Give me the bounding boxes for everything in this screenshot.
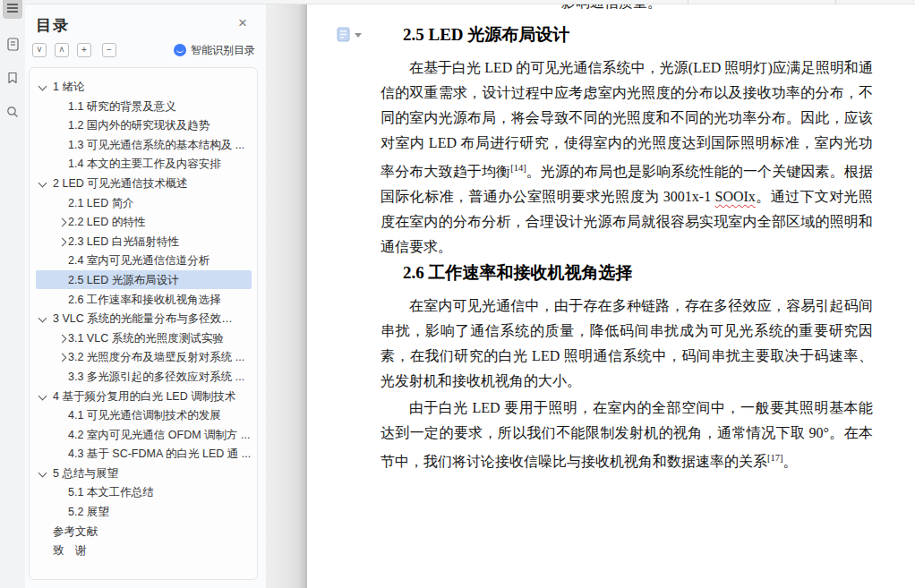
document-body: 2.5 LED 光源布局设计在基于白光 LED 的可见光通信系统中，光源(LED… — [307, 0, 915, 474]
outline-item-label: 3.2 光照度分布及墙壁反射对系统 ... — [68, 350, 244, 365]
outline-item[interactable]: 参考文献 — [30, 522, 257, 541]
outline-item-label: 2.3 LED 白光辐射特性 — [68, 234, 179, 250]
outline-item[interactable]: 4.3 基于 SC-FDMA 的白光 LED 通 ... — [30, 444, 257, 464]
paragraph: 在室内可见光通信中，由于存在多种链路，存在多径效应，容易引起码间串扰，影响了通信… — [381, 294, 873, 394]
chevron-right-icon[interactable] — [58, 334, 67, 343]
left-icon-rail — [0, 0, 25, 588]
chevron-down-icon[interactable] — [38, 314, 47, 323]
outline-item-label: 2.2 LED 的特性 — [68, 215, 145, 230]
outline-item[interactable]: 2.5 LED 光源布局设计 — [30, 270, 257, 290]
outline-item-label: 2.1 LED 简介 — [68, 196, 134, 211]
outline-item[interactable]: 5.1 本文工作总结 — [30, 482, 257, 502]
text-segment: 在室内可见光通信中，由于存在多种链路，存在多径效应，容易引起码间串扰，影响了通信… — [381, 298, 873, 388]
outline-item[interactable]: 2.4 室内可见光通信信道分析 — [30, 251, 257, 270]
outline-item-label: 2.5 LED 光源布局设计 — [68, 273, 179, 288]
misspelled-word: SOOIx — [715, 189, 756, 204]
outline-item-label: 5.2 展望 — [68, 505, 109, 520]
outline-item[interactable]: 3.2 光照度分布及墙壁反射对系统 ... — [30, 347, 257, 367]
chevron-down-icon[interactable] — [38, 82, 47, 91]
smart-toc-button[interactable]: 智能识别目录 — [174, 43, 255, 57]
toolbar-bottom-edge — [25, 0, 915, 4]
outline-item[interactable]: 4.2 室内可见光通信 OFDM 调制方 ... — [30, 425, 257, 445]
ai-icon — [174, 44, 186, 56]
outline-item-label: 1.3 可见光通信系统的基本结构及 ... — [68, 138, 244, 153]
outline-item-label: 参考文献 — [53, 524, 98, 540]
outline-item-label: 4 基于频分复用的白光 LED 调制技术 — [53, 389, 235, 405]
outline-item-label: 2.6 工作速率和接收机视角选择 — [68, 293, 221, 308]
outline-item-label: 1 绪论 — [53, 80, 84, 95]
collapse-all-button[interactable]: ˄ — [55, 43, 69, 57]
outline-item[interactable]: 1 绪论 — [30, 77, 257, 97]
citation-reference: [17] — [767, 453, 783, 463]
toc-header: 目录 × — [25, 13, 266, 39]
paragraph: 由于白光 LED 要用于照明，在室内的全部空间中，一般要其照明基本能达到一定的要… — [381, 396, 873, 474]
expand-all-button[interactable]: ˅ — [32, 43, 47, 57]
outline-item[interactable]: 1.1 研究的背景及意义 — [30, 97, 257, 116]
zoom-out-button[interactable]: − — [102, 43, 116, 57]
toc-sidebar: 目录 × ˅ ˄ + − 智能识别目录 1 绪论1.1 研究的背景及意义1.2 … — [25, 0, 267, 588]
outline-item[interactable]: 2.2 LED 的特性 — [30, 212, 257, 232]
zoom-in-button[interactable]: + — [77, 43, 91, 57]
chevron-down-icon[interactable] — [38, 468, 47, 477]
toc-title: 目录 — [36, 15, 70, 36]
toolbar-separator — [835, 0, 836, 4]
chevron-down-icon[interactable] — [38, 179, 47, 188]
chevron-right-icon[interactable] — [58, 354, 67, 362]
outline-item[interactable]: 2.6 工作速率和接收机视角选择 — [30, 290, 257, 310]
outline-item[interactable]: 5.2 展望 — [30, 502, 257, 522]
outline-item-label: 4.2 室内可见光通信 OFDM 调制方 ... — [68, 428, 251, 443]
text-segment: 在基于白光 LED 的可见光通信系统中，光源(LED 照明灯)应满足照明和通信的… — [381, 60, 873, 179]
outline-item[interactable]: 3 VLC 系统的光能量分布与多径效应 ... — [30, 309, 257, 328]
outline-item[interactable]: 3.1 VLC 系统的光照度测试实验 — [30, 328, 257, 348]
outline-item-label: 3.1 VLC 系统的光照度测试实验 — [68, 331, 224, 346]
outline-item-label: 4.3 基于 SC-FDMA 的白光 LED 通 ... — [68, 447, 251, 462]
outline-item-label: 3.3 多光源引起的多径效应对系统 ... — [68, 370, 244, 385]
outline-item-label: 5 总结与展望 — [53, 466, 118, 481]
bookmark-icon — [7, 72, 18, 84]
close-icon[interactable]: × — [234, 14, 252, 32]
bookmarks-panel-button[interactable] — [3, 67, 22, 89]
outline-item[interactable]: 3.3 多光源引起的多径效应对系统 ... — [30, 367, 257, 387]
outline-item[interactable]: 4.1 可见光通信调制技术的发展 — [30, 405, 257, 425]
outline-icon — [6, 3, 19, 13]
outline-item-label: 5.1 本文工作总结 — [68, 485, 154, 500]
outline-item-label: 4.1 可见光通信调制技术的发展 — [68, 408, 221, 423]
smart-toc-label: 智能识别目录 — [191, 43, 255, 58]
outline-item-label: 1.2 国内外的研究现状及趋势 — [68, 118, 210, 133]
outline-item[interactable]: 2.1 LED 简介 — [30, 193, 257, 213]
dropdown-arrow-icon — [355, 33, 362, 38]
outline-item[interactable]: 1.4 本文的主要工作及内容安排 — [30, 154, 257, 174]
outline-item[interactable]: 致 谢 — [30, 541, 257, 560]
toc-toolbar: ˅ ˄ + − 智能识别目录 — [25, 43, 266, 61]
annotations-panel-button[interactable] — [3, 33, 22, 55]
outline-item[interactable]: 2.3 LED 白光辐射特性 — [30, 232, 257, 251]
outline-item-label: 3 VLC 系统的光能量分布与多径效应 ... — [53, 311, 241, 327]
chevron-right-icon[interactable] — [58, 218, 67, 227]
section-heading: 2.5 LED 光源布局设计 — [403, 25, 873, 45]
outline-item[interactable]: 5 总结与展望 — [30, 464, 257, 483]
text-segment: 。 — [783, 454, 798, 469]
document-background-gutter — [267, 0, 307, 588]
citation-reference: [14] — [510, 163, 526, 173]
outline-item-label: 1.4 本文的主要工作及内容安排 — [68, 157, 221, 172]
toolbar-separator — [688, 0, 688, 4]
chevron-right-icon[interactable] — [58, 237, 67, 246]
document-page[interactable]: 影响通信质量。 2.5 LED 光源布局设计在基于白光 LED 的可见光通信系统… — [307, 0, 915, 588]
text-segment: 由于白光 LED 要用于照明，在室内的全部空间中，一般要其照明基本能达到一定的要… — [381, 400, 873, 469]
paragraph: 在基于白光 LED 的可见光通信系统中，光源(LED 照明灯)应满足照明和通信的… — [381, 55, 873, 260]
outline-panel-button[interactable] — [3, 0, 22, 19]
search-panel-button[interactable] — [3, 101, 22, 123]
document-annotation-icon — [337, 27, 350, 42]
annotation-marker-button[interactable] — [337, 27, 362, 42]
outline-item-label: 2.4 室内可见光通信信道分析 — [68, 253, 210, 268]
outline-tree: 1 绪论1.1 研究的背景及意义1.2 国内外的研究现状及趋势1.3 可见光通信… — [29, 67, 258, 580]
outline-item[interactable]: 1.3 可见光通信系统的基本结构及 ... — [30, 135, 257, 155]
outline-item[interactable]: 2 LED 可见光通信技术概述 — [30, 174, 257, 193]
outline-item-label: 2 LED 可见光通信技术概述 — [53, 176, 188, 192]
note-icon — [7, 38, 19, 51]
pdf-reader-window: 目录 × ˅ ˄ + − 智能识别目录 1 绪论1.1 研究的背景及意义1.2 … — [0, 0, 915, 588]
outline-item-label: 1.1 研究的背景及意义 — [68, 99, 176, 115]
chevron-down-icon[interactable] — [38, 391, 47, 400]
outline-item[interactable]: 1.2 国内外的研究现状及趋势 — [30, 115, 257, 135]
outline-item[interactable]: 4 基于频分复用的白光 LED 调制技术 — [30, 387, 257, 406]
